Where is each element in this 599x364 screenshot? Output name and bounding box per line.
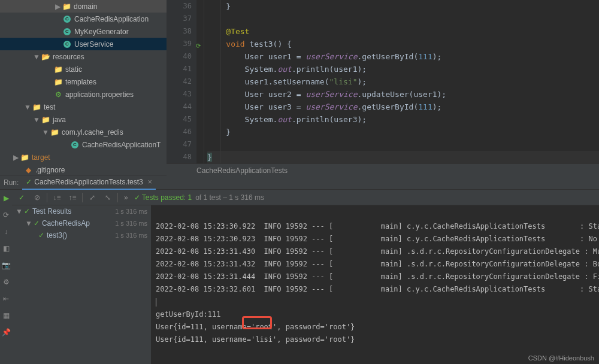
console-line: 2022-02-08 15:23:32.601 INFO 19592 --- [… xyxy=(156,285,599,293)
file-icon: ◆ xyxy=(24,166,32,174)
show-passed-icon[interactable]: ✓ xyxy=(16,192,28,204)
class-icon: C xyxy=(63,15,71,23)
code-text: user1.setUsername( xyxy=(226,77,329,86)
folder-icon: 📁 xyxy=(54,78,62,86)
code-text: = xyxy=(292,52,305,61)
toggle-icon[interactable]: ⟳ xyxy=(0,209,12,221)
test-row-class[interactable]: ▼✓CacheRedisAp1 s 316 ms xyxy=(12,217,151,229)
folder-icon: 📁 xyxy=(54,65,62,74)
run-tool-window: Run: ✓ CacheRedisApplicationTests.test3 … xyxy=(0,175,599,364)
tree-item-userservice[interactable]: CUserService xyxy=(0,38,167,50)
folder-icon: 📁 xyxy=(32,103,41,111)
code-text: @Test xyxy=(226,27,249,36)
close-icon[interactable]: × xyxy=(148,178,152,186)
code-text: .println(user3); xyxy=(292,115,367,124)
code-text: .getUserById( xyxy=(357,102,418,111)
code-text: ); xyxy=(357,77,367,86)
code-content[interactable]: } @Test void test3() { User user1 = user… xyxy=(196,0,599,163)
project-tree[interactable]: ▶📁domain CCacheRedisApplication CMyKeyGe… xyxy=(0,0,167,175)
tree-item-domain[interactable]: ▶📁domain xyxy=(0,0,167,13)
expand-icon[interactable]: ⤢ xyxy=(86,192,98,204)
tree-label: target xyxy=(32,153,50,162)
tree-item-cacheapp[interactable]: CCacheRedisApplication xyxy=(0,13,167,25)
code-text: User xyxy=(226,52,268,61)
show-ignored-icon[interactable]: ⊘ xyxy=(31,192,43,204)
console-line: 2022-02-08 15:23:31.432 INFO 19592 --- [… xyxy=(156,260,599,268)
run-label: Run: xyxy=(4,178,19,187)
code-text: userService xyxy=(305,52,357,61)
tree-item-appprops[interactable]: ⚙application.properties xyxy=(0,88,167,101)
test-time: 1 s 316 ms xyxy=(115,208,147,215)
breadcrumb-text: CacheRedisApplicationTests xyxy=(196,166,288,175)
rerun-icon[interactable]: ▶ xyxy=(0,192,12,204)
snapshot-icon[interactable]: 📷 xyxy=(0,259,12,271)
tree-label: .gitignore xyxy=(35,166,65,174)
test-time: 1 s 316 ms xyxy=(115,220,147,227)
folder-icon: 📂 xyxy=(41,53,50,61)
tree-label: CacheRedisApplicationT xyxy=(82,141,161,149)
code-text: out xyxy=(277,65,291,74)
layout-icon[interactable]: ◧ xyxy=(0,242,12,254)
run-sidebar: ▶ ⟳ ↓ ◧ 📷 ⚙ ⇤ ▦ 📌 xyxy=(0,190,12,364)
tree-item-test[interactable]: ▼📁test xyxy=(0,101,167,113)
cursor xyxy=(156,298,156,307)
tree-label: MyKeyGenerator xyxy=(74,28,129,36)
console-line: getUserById:111 xyxy=(156,310,220,318)
tree-item-mykeygen[interactable]: CMyKeyGenerator xyxy=(0,25,167,38)
tree-item-target[interactable]: ▶📁target xyxy=(0,151,167,163)
tree-label: resources xyxy=(53,53,84,61)
stop-icon[interactable]: ↓ xyxy=(0,226,12,238)
test-row-root[interactable]: ▼✓Test Results1 s 316 ms xyxy=(12,205,151,217)
code-text: User xyxy=(226,102,268,111)
sort-abc-icon[interactable]: ↑≡ xyxy=(66,192,78,204)
exit-icon[interactable]: ⇤ xyxy=(0,293,12,305)
code-text: userService xyxy=(305,90,357,99)
pin-icon[interactable]: 📌 xyxy=(0,326,12,338)
tree-item-resources[interactable]: ▼📂resources xyxy=(0,50,167,63)
tests-passed-label: ✓ Tests passed: 1 xyxy=(134,193,192,202)
code-editor[interactable]: 363738 39⟳ 404142 434445 464748 } @Test … xyxy=(167,0,599,175)
class-icon: C xyxy=(71,141,79,149)
tree-item-templates[interactable]: 📁templates xyxy=(0,75,167,88)
code-text: user1 xyxy=(268,52,292,61)
code-text: } xyxy=(226,2,231,11)
code-text: void xyxy=(226,40,244,48)
tree-item-java-test[interactable]: ▼📁java xyxy=(0,113,167,126)
test-row-method[interactable]: ✓test3()1 s 316 ms xyxy=(12,229,151,241)
tree-item-gitignore[interactable]: ◆.gitignore xyxy=(0,163,167,175)
line-gutter: 363738 39⟳ 404142 434445 464748 xyxy=(167,0,196,163)
code-text: userService xyxy=(305,102,357,111)
console-output[interactable]: 2022-02-08 15:23:30.922 INFO 19592 --- [… xyxy=(151,205,599,364)
tree-label: domain xyxy=(74,2,97,11)
code-text: .println(user1); xyxy=(292,65,367,74)
sort-icon[interactable]: ↓≡ xyxy=(51,192,63,204)
code-text: = xyxy=(292,90,305,99)
code-text: out xyxy=(277,115,291,124)
class-icon: C xyxy=(63,40,71,48)
code-text: 111 xyxy=(418,102,432,111)
test-results-tree[interactable]: ▼✓Test Results1 s 316 ms ▼✓CacheRedisAp1… xyxy=(12,205,151,364)
tree-item-pkgtest[interactable]: ▼📁com.yl.cache_redis xyxy=(0,126,167,138)
run-tab-label: CacheRedisApplicationTests.test3 xyxy=(34,178,143,186)
watermark: CSDN @#Hideonbush xyxy=(528,354,594,362)
console-line: 2022-02-08 15:23:30.923 INFO 19592 --- [… xyxy=(156,235,599,243)
code-text: } xyxy=(207,153,212,162)
test-label: Test Results xyxy=(32,207,71,216)
collapse-icon[interactable]: ⤡ xyxy=(102,192,114,204)
run-tab[interactable]: ✓ CacheRedisApplicationTests.test3 × xyxy=(22,175,155,190)
tree-label: test xyxy=(44,103,55,111)
more-icon[interactable]: ▦ xyxy=(0,310,12,321)
code-text: 111 xyxy=(418,52,432,61)
code-text: user2 xyxy=(268,90,292,99)
tree-item-cacheapptest[interactable]: CCacheRedisApplicationT xyxy=(0,138,167,151)
tree-item-static[interactable]: 📁static xyxy=(0,63,167,75)
settings-icon[interactable]: ⚙ xyxy=(0,276,12,288)
code-text: .getUserById( xyxy=(357,52,418,61)
code-text: ); xyxy=(432,102,442,111)
test-label: test3() xyxy=(47,231,67,239)
tree-label: com.yl.cache_redis xyxy=(62,128,123,136)
check-icon: ✓ xyxy=(24,207,30,216)
console-line: 2022-02-08 15:23:31.430 INFO 19592 --- [… xyxy=(156,247,599,256)
breadcrumb[interactable]: CacheRedisApplicationTests xyxy=(167,163,599,177)
code-text: System. xyxy=(226,115,277,124)
